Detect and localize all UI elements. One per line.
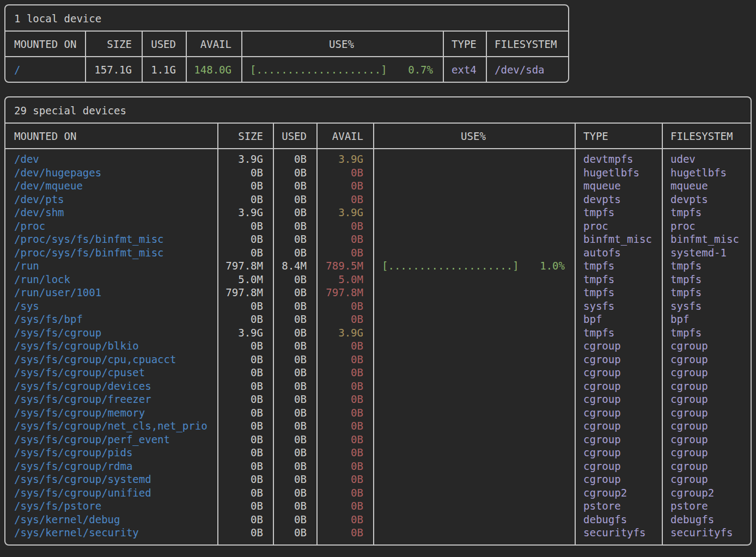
- avail-cell: 3.9G: [316, 152, 373, 166]
- mount-point-cell: /proc: [5, 219, 217, 233]
- device-row: /proc0B0B0Bprocproc: [5, 219, 751, 233]
- avail-cell: 0B: [316, 473, 373, 486]
- used-cell: 0B: [273, 206, 316, 219]
- avail-cell: 0B: [316, 179, 373, 193]
- device-row: /sys/fs/cgroup/devices0B0B0Bcgroupcgroup: [5, 380, 751, 393]
- type-cell: cgroup: [575, 353, 662, 366]
- size-cell: 3.9G: [217, 206, 273, 219]
- type-cell: securityfs: [575, 526, 662, 540]
- avail-cell: 0B: [316, 193, 373, 206]
- column-divider: [85, 32, 86, 82]
- device-row: /sys/fs/cgroup/pids0B0B0Bcgroupcgroup: [5, 446, 751, 460]
- use-percent-cell: [373, 513, 575, 527]
- used-cell: 0B: [273, 299, 316, 313]
- mount-point-cell: /: [5, 64, 85, 76]
- size-cell: 0B: [217, 232, 273, 246]
- mount-point-cell: /run: [5, 259, 217, 273]
- device-row: /sys/fs/cgroup3.9G0B3.9Gtmpfstmpfs: [5, 326, 751, 340]
- column-divider: [486, 32, 487, 82]
- used-cell: 0B: [273, 486, 316, 500]
- size-cell: 0B: [217, 246, 273, 260]
- mount-point-cell: /sys/fs/cgroup/pids: [5, 446, 217, 460]
- used-cell: 1.1G: [142, 64, 186, 76]
- used-cell: 0B: [273, 179, 316, 193]
- used-cell: 0B: [273, 499, 316, 513]
- size-cell: 0B: [217, 486, 273, 500]
- avail-cell: 0B: [316, 232, 373, 246]
- size-cell: 0B: [217, 473, 273, 486]
- avail-cell: 3.9G: [316, 206, 373, 219]
- use-percent-cell: [373, 353, 575, 366]
- mount-point-cell: /dev/hugepages: [5, 166, 217, 180]
- used-cell: 0B: [273, 219, 316, 233]
- usage-bar: [....................]: [250, 64, 387, 76]
- column-divider: [186, 32, 187, 82]
- device-row: /sys/fs/bpf0B0B0Bbpfbpf: [5, 313, 751, 326]
- type-cell: proc: [575, 219, 662, 233]
- filesystem-cell: cgroup: [662, 433, 751, 446]
- mount-point-cell: /sys/fs/cgroup/unified: [5, 486, 217, 500]
- avail-cell: 0B: [316, 339, 373, 353]
- size-cell: 797.8M: [217, 259, 273, 273]
- avail-cell: 0B: [316, 526, 373, 540]
- use-percent-cell: [373, 460, 575, 473]
- filesystem-cell: pstore: [662, 499, 751, 513]
- local-table-grid: MOUNTED ON SIZE USED AVAIL USE% TYPE FIL…: [5, 32, 568, 82]
- size-cell: 0B: [217, 313, 273, 326]
- type-cell: cgroup: [575, 380, 662, 393]
- filesystem-cell: cgroup: [662, 380, 751, 393]
- device-row: /sys/fs/pstore0B0B0Bpstorepstore: [5, 499, 751, 513]
- header-row: MOUNTED ON SIZE USED AVAIL USE% TYPE FIL…: [5, 32, 568, 57]
- filesystem-cell: tmpfs: [662, 206, 751, 219]
- size-cell: 0B: [217, 393, 273, 406]
- mount-point-cell: /sys/fs/cgroup/rdma: [5, 460, 217, 473]
- type-cell: cgroup: [575, 406, 662, 420]
- terminal-screen: 1 local device MOUNTED ON SIZE USED AVAI…: [4, 4, 752, 546]
- mount-point-cell: /dev/shm: [5, 206, 217, 219]
- mount-point-cell: /sys/fs/cgroup/systemd: [5, 473, 217, 486]
- usage-bar: [....................]: [382, 259, 519, 273]
- avail-cell: 0B: [316, 366, 373, 380]
- size-cell: 0B: [217, 499, 273, 513]
- type-cell: cgroup: [575, 393, 662, 406]
- avail-cell: 0B: [316, 219, 373, 233]
- device-row: /run/lock5.0M0B5.0Mtmpfstmpfs: [5, 273, 751, 286]
- used-cell: 0B: [273, 286, 316, 299]
- used-cell: 8.4M: [273, 259, 316, 273]
- header-filesystem: FILESYSTEM: [662, 130, 751, 142]
- mount-point-cell: /sys/fs/cgroup/memory: [5, 406, 217, 420]
- type-cell: cgroup: [575, 419, 662, 433]
- device-row: /dev/hugepages0B0B0Bhugetlbfshugetlbfs: [5, 166, 751, 180]
- used-cell: 0B: [273, 419, 316, 433]
- filesystem-cell: debugfs: [662, 513, 751, 527]
- use-percent-cell: [373, 499, 575, 513]
- column-divider: [662, 124, 663, 544]
- filesystem-cell: devpts: [662, 193, 751, 206]
- use-percent-cell: [373, 339, 575, 353]
- header-size: SIZE: [217, 130, 273, 142]
- device-row: /sys/fs/cgroup/rdma0B0B0Bcgroupcgroup: [5, 460, 751, 473]
- use-percent-cell: [373, 286, 575, 299]
- header-type: TYPE: [443, 38, 486, 50]
- device-row: /sys/fs/cgroup/unified0B0B0Bcgroup2cgrou…: [5, 486, 751, 500]
- filesystem-cell: securityfs: [662, 526, 751, 540]
- mount-point-cell: /proc/sys/fs/binfmt_misc: [5, 232, 217, 246]
- header-row: MOUNTED ON SIZE USED AVAIL USE% TYPE FIL…: [5, 124, 751, 149]
- type-cell: cgroup2: [575, 486, 662, 500]
- special-table-grid: MOUNTED ON SIZE USED AVAIL USE% TYPE FIL…: [5, 124, 751, 544]
- avail-cell: 789.5M: [316, 259, 373, 273]
- mount-point-cell: /run/user/1001: [5, 286, 217, 299]
- device-row: /sys/fs/cgroup/cpuset0B0B0Bcgroupcgroup: [5, 366, 751, 380]
- header-used: USED: [273, 130, 316, 142]
- size-cell: 0B: [217, 526, 273, 540]
- size-cell: 0B: [217, 219, 273, 233]
- header-type: TYPE: [575, 130, 662, 142]
- type-cell: tmpfs: [575, 259, 662, 273]
- filesystem-cell: cgroup: [662, 446, 751, 460]
- local-table-body: /157.1G1.1G148.0G[....................]0…: [5, 57, 568, 82]
- avail-cell: 0B: [316, 486, 373, 500]
- local-devices-table: 1 local device MOUNTED ON SIZE USED AVAI…: [4, 4, 569, 83]
- avail-cell: 0B: [316, 406, 373, 420]
- column-divider: [217, 124, 218, 544]
- type-cell: tmpfs: [575, 273, 662, 286]
